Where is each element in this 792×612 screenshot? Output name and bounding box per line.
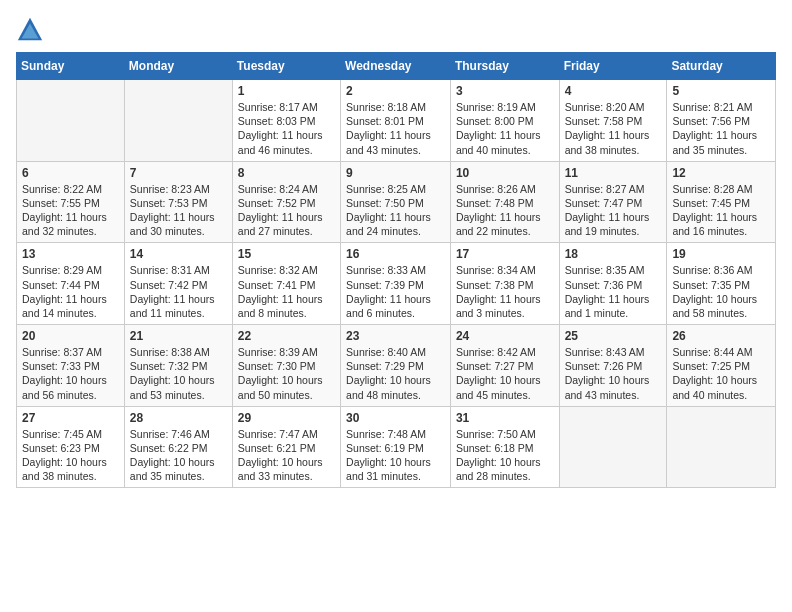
calendar-cell: 7Sunrise: 8:23 AMSunset: 7:53 PMDaylight… — [124, 161, 232, 243]
day-info: Sunrise: 8:25 AMSunset: 7:50 PMDaylight:… — [346, 182, 445, 239]
day-number: 10 — [456, 166, 554, 180]
day-info: Sunrise: 8:36 AMSunset: 7:35 PMDaylight:… — [672, 263, 770, 320]
calendar-week-5: 27Sunrise: 7:45 AMSunset: 6:23 PMDayligh… — [17, 406, 776, 488]
logo-icon — [16, 16, 44, 44]
day-info: Sunrise: 8:32 AMSunset: 7:41 PMDaylight:… — [238, 263, 335, 320]
header-day-sunday: Sunday — [17, 53, 125, 80]
calendar-cell: 1Sunrise: 8:17 AMSunset: 8:03 PMDaylight… — [232, 80, 340, 162]
calendar-cell: 10Sunrise: 8:26 AMSunset: 7:48 PMDayligh… — [450, 161, 559, 243]
calendar-cell: 8Sunrise: 8:24 AMSunset: 7:52 PMDaylight… — [232, 161, 340, 243]
calendar-cell: 20Sunrise: 8:37 AMSunset: 7:33 PMDayligh… — [17, 325, 125, 407]
day-info: Sunrise: 8:42 AMSunset: 7:27 PMDaylight:… — [456, 345, 554, 402]
calendar-cell: 3Sunrise: 8:19 AMSunset: 8:00 PMDaylight… — [450, 80, 559, 162]
day-number: 2 — [346, 84, 445, 98]
header-day-monday: Monday — [124, 53, 232, 80]
day-number: 6 — [22, 166, 119, 180]
day-info: Sunrise: 8:31 AMSunset: 7:42 PMDaylight:… — [130, 263, 227, 320]
header-day-saturday: Saturday — [667, 53, 776, 80]
day-info: Sunrise: 8:37 AMSunset: 7:33 PMDaylight:… — [22, 345, 119, 402]
day-number: 12 — [672, 166, 770, 180]
calendar-cell: 28Sunrise: 7:46 AMSunset: 6:22 PMDayligh… — [124, 406, 232, 488]
day-number: 25 — [565, 329, 662, 343]
day-number: 24 — [456, 329, 554, 343]
day-number: 30 — [346, 411, 445, 425]
day-info: Sunrise: 8:40 AMSunset: 7:29 PMDaylight:… — [346, 345, 445, 402]
day-info: Sunrise: 7:50 AMSunset: 6:18 PMDaylight:… — [456, 427, 554, 484]
day-info: Sunrise: 8:24 AMSunset: 7:52 PMDaylight:… — [238, 182, 335, 239]
calendar-header: SundayMondayTuesdayWednesdayThursdayFrid… — [17, 53, 776, 80]
day-number: 13 — [22, 247, 119, 261]
day-number: 4 — [565, 84, 662, 98]
calendar-cell: 9Sunrise: 8:25 AMSunset: 7:50 PMDaylight… — [341, 161, 451, 243]
calendar-cell: 4Sunrise: 8:20 AMSunset: 7:58 PMDaylight… — [559, 80, 667, 162]
day-number: 16 — [346, 247, 445, 261]
calendar-cell: 19Sunrise: 8:36 AMSunset: 7:35 PMDayligh… — [667, 243, 776, 325]
day-number: 27 — [22, 411, 119, 425]
calendar-cell: 22Sunrise: 8:39 AMSunset: 7:30 PMDayligh… — [232, 325, 340, 407]
calendar-week-4: 20Sunrise: 8:37 AMSunset: 7:33 PMDayligh… — [17, 325, 776, 407]
calendar-cell: 25Sunrise: 8:43 AMSunset: 7:26 PMDayligh… — [559, 325, 667, 407]
day-number: 31 — [456, 411, 554, 425]
day-number: 7 — [130, 166, 227, 180]
calendar-table: SundayMondayTuesdayWednesdayThursdayFrid… — [16, 52, 776, 488]
day-info: Sunrise: 8:17 AMSunset: 8:03 PMDaylight:… — [238, 100, 335, 157]
day-number: 22 — [238, 329, 335, 343]
header-day-friday: Friday — [559, 53, 667, 80]
day-info: Sunrise: 8:21 AMSunset: 7:56 PMDaylight:… — [672, 100, 770, 157]
day-info: Sunrise: 8:38 AMSunset: 7:32 PMDaylight:… — [130, 345, 227, 402]
calendar-week-2: 6Sunrise: 8:22 AMSunset: 7:55 PMDaylight… — [17, 161, 776, 243]
header-day-wednesday: Wednesday — [341, 53, 451, 80]
calendar-cell: 14Sunrise: 8:31 AMSunset: 7:42 PMDayligh… — [124, 243, 232, 325]
calendar-cell — [17, 80, 125, 162]
calendar-cell: 12Sunrise: 8:28 AMSunset: 7:45 PMDayligh… — [667, 161, 776, 243]
day-info: Sunrise: 8:34 AMSunset: 7:38 PMDaylight:… — [456, 263, 554, 320]
day-number: 28 — [130, 411, 227, 425]
day-info: Sunrise: 8:29 AMSunset: 7:44 PMDaylight:… — [22, 263, 119, 320]
calendar-cell: 24Sunrise: 8:42 AMSunset: 7:27 PMDayligh… — [450, 325, 559, 407]
header-row: SundayMondayTuesdayWednesdayThursdayFrid… — [17, 53, 776, 80]
day-info: Sunrise: 8:26 AMSunset: 7:48 PMDaylight:… — [456, 182, 554, 239]
day-number: 26 — [672, 329, 770, 343]
day-number: 15 — [238, 247, 335, 261]
day-info: Sunrise: 7:47 AMSunset: 6:21 PMDaylight:… — [238, 427, 335, 484]
day-number: 11 — [565, 166, 662, 180]
calendar-body: 1Sunrise: 8:17 AMSunset: 8:03 PMDaylight… — [17, 80, 776, 488]
day-number: 23 — [346, 329, 445, 343]
day-info: Sunrise: 8:39 AMSunset: 7:30 PMDaylight:… — [238, 345, 335, 402]
calendar-cell: 16Sunrise: 8:33 AMSunset: 7:39 PMDayligh… — [341, 243, 451, 325]
calendar-cell: 2Sunrise: 8:18 AMSunset: 8:01 PMDaylight… — [341, 80, 451, 162]
calendar-cell: 30Sunrise: 7:48 AMSunset: 6:19 PMDayligh… — [341, 406, 451, 488]
logo — [16, 16, 48, 44]
calendar-cell: 29Sunrise: 7:47 AMSunset: 6:21 PMDayligh… — [232, 406, 340, 488]
page-header — [16, 16, 776, 44]
day-number: 20 — [22, 329, 119, 343]
calendar-cell — [559, 406, 667, 488]
calendar-cell: 5Sunrise: 8:21 AMSunset: 7:56 PMDaylight… — [667, 80, 776, 162]
day-number: 14 — [130, 247, 227, 261]
day-info: Sunrise: 8:43 AMSunset: 7:26 PMDaylight:… — [565, 345, 662, 402]
day-info: Sunrise: 7:48 AMSunset: 6:19 PMDaylight:… — [346, 427, 445, 484]
header-day-thursday: Thursday — [450, 53, 559, 80]
day-info: Sunrise: 8:22 AMSunset: 7:55 PMDaylight:… — [22, 182, 119, 239]
day-info: Sunrise: 8:18 AMSunset: 8:01 PMDaylight:… — [346, 100, 445, 157]
calendar-cell: 26Sunrise: 8:44 AMSunset: 7:25 PMDayligh… — [667, 325, 776, 407]
calendar-cell: 6Sunrise: 8:22 AMSunset: 7:55 PMDaylight… — [17, 161, 125, 243]
day-number: 21 — [130, 329, 227, 343]
day-info: Sunrise: 7:46 AMSunset: 6:22 PMDaylight:… — [130, 427, 227, 484]
calendar-cell: 11Sunrise: 8:27 AMSunset: 7:47 PMDayligh… — [559, 161, 667, 243]
day-info: Sunrise: 8:20 AMSunset: 7:58 PMDaylight:… — [565, 100, 662, 157]
day-number: 8 — [238, 166, 335, 180]
calendar-cell: 15Sunrise: 8:32 AMSunset: 7:41 PMDayligh… — [232, 243, 340, 325]
calendar-cell: 23Sunrise: 8:40 AMSunset: 7:29 PMDayligh… — [341, 325, 451, 407]
calendar-cell: 31Sunrise: 7:50 AMSunset: 6:18 PMDayligh… — [450, 406, 559, 488]
day-number: 29 — [238, 411, 335, 425]
day-number: 19 — [672, 247, 770, 261]
calendar-cell: 27Sunrise: 7:45 AMSunset: 6:23 PMDayligh… — [17, 406, 125, 488]
header-day-tuesday: Tuesday — [232, 53, 340, 80]
day-number: 9 — [346, 166, 445, 180]
day-number: 18 — [565, 247, 662, 261]
calendar-cell — [667, 406, 776, 488]
day-info: Sunrise: 8:23 AMSunset: 7:53 PMDaylight:… — [130, 182, 227, 239]
calendar-cell: 13Sunrise: 8:29 AMSunset: 7:44 PMDayligh… — [17, 243, 125, 325]
day-info: Sunrise: 7:45 AMSunset: 6:23 PMDaylight:… — [22, 427, 119, 484]
